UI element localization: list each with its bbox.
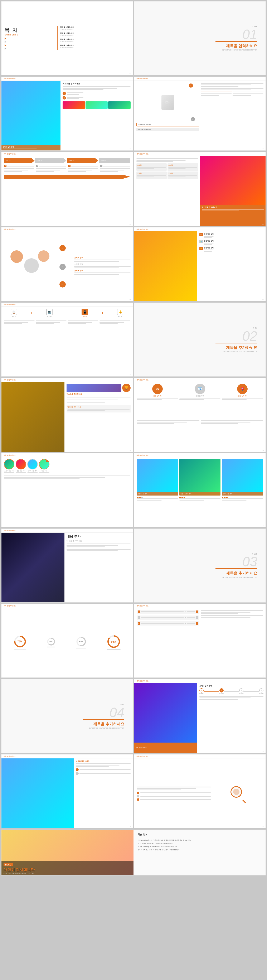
check-4: ✓ bbox=[100, 165, 102, 167]
slide-11-box: 텍스트를 추가하세요 bbox=[67, 406, 130, 408]
timeline-3: 단계 03 bbox=[239, 693, 243, 695]
slide-07: 목록을 입력하세요 01 02 03 bbox=[1, 227, 133, 301]
slide-number-05: 04 bbox=[130, 224, 131, 225]
final-text-4: 문서의 저작권은 제작자에게 있으며 저작권법에 의해 보호받습니다. bbox=[138, 848, 261, 851]
slide-number-09: 08 bbox=[130, 374, 131, 375]
slide-number-15: 14 bbox=[130, 600, 131, 601]
final-text-2: 단, 이 문서의 무단 복제나 재배포는 금지되어 있습니다. bbox=[138, 842, 261, 845]
slide-09: 목록을 입력하세요 📋 항목 01 + 💻 항목 02 bbox=[1, 302, 133, 377]
contents-title-ko: 목 차 bbox=[5, 27, 55, 33]
person-label-4: 내용 추가 bbox=[39, 470, 49, 472]
final-section-title: 학습 정보 bbox=[138, 833, 261, 837]
slide-number-20: 18 bbox=[262, 751, 264, 752]
slide-15-main-title: 내용 추가 bbox=[67, 535, 130, 539]
slide-number-12: 11 bbox=[262, 450, 264, 451]
contents-item-2: 목차를 입력하세요 bbox=[60, 32, 130, 34]
slide-03-header: 목록을 입력하세요 bbox=[2, 77, 133, 81]
part-subtitle-03: ENTER TITLE CONTENT SENTENCE DESCRIPTION bbox=[216, 576, 257, 578]
slide-03: 목록을 입력하세요 소제목 입력 영역 텍스트를 입력하세요 1 bbox=[1, 76, 133, 151]
part-subtitle-04: ENTER TITLE CONTENT SENTENCE DESCRIPTION bbox=[83, 727, 124, 729]
part-number-03: 03 bbox=[216, 555, 257, 568]
slide-06-header: 목록을 입력하세요 bbox=[134, 152, 265, 156]
slide-22: 목록을 입력하세요 bbox=[134, 754, 266, 828]
slide-number-13: 12 bbox=[130, 525, 131, 526]
slide-20-caption: 기초 설정 입력 추가 bbox=[135, 747, 147, 749]
slide-06-orange-title: 텍스트를 입력하세요 bbox=[202, 206, 264, 208]
slide-11: 목록을 입력하세요 🏆 텍스트를 추가하세요 bbox=[1, 378, 133, 452]
grid-item-4: 소제목 bbox=[168, 172, 197, 174]
slide-12: 목록을 입력하세요 ✉ 관련 입력 01 📧 관련 입력 02 bbox=[134, 378, 266, 452]
slide-number-06: 05 bbox=[262, 224, 264, 225]
contents-item-3: 목차를 입력하세요 bbox=[60, 38, 130, 40]
process-item-4: 항목 04 bbox=[117, 316, 123, 318]
plus-icon-1: + bbox=[31, 311, 33, 315]
final-text-3: 이 문서는 Change or Withdraw 공지없이 수정될 수 있습니다… bbox=[138, 845, 261, 848]
contents-item-1: 목차를 입력하세요 bbox=[60, 26, 130, 29]
slide-05-header: 목록을 입력하세요 bbox=[2, 152, 133, 156]
slide-number-17: 15 bbox=[130, 675, 131, 677]
template-subtitle: PROFESSIONAL PRESENTATION TEMPLATE bbox=[3, 873, 132, 874]
slide-number-14: 13 bbox=[262, 525, 264, 526]
info-box-2: 텍스트를 입력하세요 bbox=[137, 128, 199, 131]
slide-07-item2: 소제목 입력 bbox=[74, 263, 130, 266]
photo-caption-3: 소제목 내용 추가 bbox=[223, 493, 262, 495]
part-subtitle-02: ENTER THE CONTENT SENTENCE DESCRIPTION bbox=[216, 351, 257, 352]
slide-number: 01 bbox=[130, 73, 131, 74]
slide-08-item2: 관련 내용 입력 bbox=[204, 240, 214, 242]
slide-18: 목록을 입력하세요 ✓ + ✓ bbox=[134, 604, 266, 678]
slide-17: 목록을 입력하세요 76% bbox=[1, 604, 133, 678]
slide-11-header: 목록을 입력하세요 bbox=[2, 378, 133, 382]
slide-20-title: 소제목 입력 영역 bbox=[199, 685, 264, 687]
slide-part02: 파트 02 제목을 추가하세요 ENTER THE CONTENT SENTEN… bbox=[134, 302, 266, 377]
process-item-1: 항목 01 bbox=[11, 316, 17, 318]
slide-13: 목록을 입력하세요 소제목 내용 추가 bbox=[1, 453, 133, 527]
slide-04-header: 목록을 입력하세요 bbox=[134, 77, 265, 81]
slide-08-item1: 관련 내용 입력 bbox=[204, 233, 214, 235]
slide-09-header: 목록을 입력하세요 bbox=[2, 303, 133, 307]
timeline-4: 단계 04 bbox=[259, 693, 264, 695]
slide-number-08: 07 bbox=[262, 299, 264, 300]
slide-number-11: 10 bbox=[130, 450, 131, 451]
part-number-01: 01 bbox=[216, 28, 257, 41]
percent-76: 76% bbox=[17, 640, 22, 643]
photo-caption-1: 스도라 내용 추가 bbox=[138, 493, 177, 495]
slide-03-title: 텍스트를 입력하세요 bbox=[63, 83, 130, 85]
slide-11-title: 텍스트를 추가하세요 bbox=[67, 393, 130, 395]
slide-15-sub: 내용을 추가하세요 bbox=[67, 539, 130, 542]
item-circle-2: 2 bbox=[63, 96, 66, 100]
slide-05: 목록을 입력하세요 단계 01 단계 02 단계 03 단계 04 bbox=[1, 152, 133, 226]
person-label-1: 소제목 내용 추가 bbox=[4, 470, 14, 472]
part-title-01: 제목을 입력하세요 bbox=[216, 43, 257, 48]
photo-caption-2: 관련 내용 추가 주기 bbox=[180, 493, 220, 495]
percent-53: 53% bbox=[79, 641, 83, 643]
grid-item-3: 소제목 bbox=[137, 172, 166, 174]
slide-part04: 파트 04 제목을 추가하세요 ENTER TITLE CONTENT SENT… bbox=[1, 679, 133, 753]
slide-06: 목록을 입력하세요 소제목 소제목 bbox=[134, 152, 266, 226]
check-1: ✓ bbox=[4, 165, 6, 167]
item-circle-1: 1 bbox=[63, 92, 66, 95]
timeline-1: 단계 01 bbox=[199, 693, 203, 695]
slide-07-header: 목록을 입력하세요 bbox=[2, 228, 133, 231]
grid-item-2: 소제목 bbox=[168, 164, 197, 166]
contents-sub-3: 소제목을 입력하세요 bbox=[60, 40, 130, 43]
part-subtitle-01: ENTER TITLE CONTENT SENTENCE DESCRIPTION bbox=[216, 49, 257, 51]
slide-number-03: 02 bbox=[130, 148, 131, 150]
part-number-04: 04 bbox=[83, 706, 124, 719]
slide-number-04: 03 bbox=[262, 148, 264, 150]
slide-18-header: 목록을 입력하세요 bbox=[134, 604, 265, 608]
slide-number-22: 20 bbox=[262, 826, 264, 827]
plus-icon-3: + bbox=[102, 311, 103, 315]
slide-17-header: 목록을 입력하세요 bbox=[2, 604, 133, 608]
slide-12-header: 목록을 입력하세요 bbox=[134, 378, 265, 382]
slide-21-title: 내용을 입력하세요 bbox=[76, 760, 130, 762]
percent-38: 38% bbox=[49, 641, 52, 643]
final-text-1: 이 Presentation 문서는 개인이나 사업의 목적으로 자유롭게 사용… bbox=[138, 839, 261, 841]
slide-number-18: 16 bbox=[262, 675, 264, 677]
thank-you-text: 대단히 감사합니다 bbox=[3, 867, 132, 872]
slide-number-07: 06 bbox=[130, 299, 131, 300]
timeline-2: 단계 02 bbox=[219, 693, 223, 695]
contents-item-4: 목차를 입력하세요 bbox=[60, 44, 130, 46]
slide-number-21: 19 bbox=[130, 826, 131, 827]
slide-20-header: 목록을 입력하세요 bbox=[134, 679, 265, 683]
slide-part01: Part 01 제목을 입력하세요 ENTER TITLE CONTENT SE… bbox=[134, 1, 266, 75]
